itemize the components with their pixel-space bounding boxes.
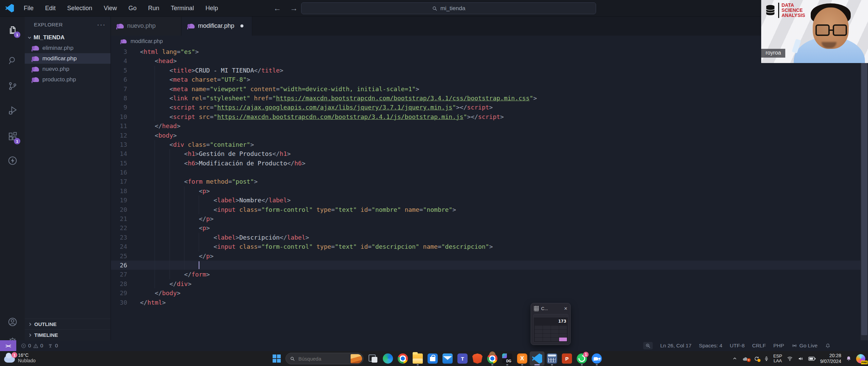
code-line-25[interactable]: 25 </p> [111, 251, 868, 261]
wifi-icon[interactable] [787, 356, 793, 361]
code-line-11[interactable]: 11 </head> [111, 121, 868, 130]
code-line-24[interactable]: 24 <input class="form-control" type="tex… [111, 242, 868, 251]
speaker-icon[interactable] [797, 356, 804, 362]
file-item-nuevo.php[interactable]: nuevo.php [25, 64, 111, 74]
section-outline[interactable]: OUTLINE [25, 319, 111, 329]
remote-indicator[interactable]: >< [0, 340, 16, 351]
more-actions-icon[interactable]: ··· [97, 21, 106, 28]
calculator-thumbnail[interactable]: 173 [533, 314, 568, 343]
zoom-indicator[interactable] [643, 342, 653, 349]
forward-button[interactable]: → [290, 4, 298, 13]
taskbar-app-whatsapp[interactable]: 1 [574, 351, 589, 366]
copilot-icon[interactable]: PRE [856, 354, 865, 363]
menu-view[interactable]: View [98, 3, 123, 14]
onedrive-icon[interactable]: ✕ [742, 356, 749, 361]
bing-daily-image[interactable] [351, 354, 362, 363]
code-line-22[interactable]: 22 <p> [111, 223, 868, 232]
clock[interactable]: 20:28 9/07/2024 [820, 353, 841, 364]
explorer-view-icon[interactable]: 1 [0, 21, 25, 39]
taskbar-app-teams[interactable]: T [455, 351, 470, 366]
code-line-12[interactable]: 12 <body> [111, 131, 868, 140]
code-line-14[interactable]: 14 <h1>Gestión de Productos</h1> [111, 149, 868, 158]
code-line-4[interactable]: 4 <head> [111, 56, 868, 65]
code-line-3[interactable]: 3<html lang="es"> [111, 47, 868, 56]
taskbar-app-brave[interactable] [470, 351, 485, 366]
code-line-19[interactable]: 19 <label>Nombre</label> [111, 196, 868, 205]
tab-modificar.php[interactable]: modificar.php [181, 16, 252, 36]
notifications-bell-icon[interactable] [825, 343, 831, 349]
editor-scrollbar[interactable] [861, 47, 868, 340]
code-line-26[interactable]: 26 [111, 261, 868, 270]
menu-run[interactable]: Run [142, 3, 165, 14]
source-control-icon[interactable] [0, 77, 25, 95]
code-line-21[interactable]: 21 </p> [111, 214, 868, 223]
code-line-7[interactable]: 7 <meta name="viewport" content="width=d… [111, 84, 868, 94]
code-line-20[interactable]: 20 <input class="form-control" type="tex… [111, 205, 868, 214]
code-line-23[interactable]: 23 <label>Descripción</label> [111, 233, 868, 242]
thunder-client-icon[interactable] [0, 152, 25, 169]
taskbar-app-edge[interactable] [380, 351, 395, 366]
taskbar-app-file-explorer[interactable] [410, 351, 425, 366]
account-icon[interactable] [0, 313, 25, 331]
taskbar-app-powerpoint[interactable]: P [559, 351, 574, 366]
breadcrumb[interactable]: modificar.php [111, 36, 868, 47]
problems-indicator[interactable]: 0 0 [21, 343, 43, 349]
menu-edit[interactable]: Edit [39, 3, 61, 14]
code-line-30[interactable]: 30</html> [111, 298, 868, 307]
code-line-15[interactable]: 15 <h6>Modificación de Producto</h6> [111, 159, 868, 168]
code-line-27[interactable]: 27 </form> [111, 270, 868, 279]
taskbar-app-task-view[interactable] [366, 351, 380, 366]
eol-selector[interactable]: CRLF [752, 343, 766, 349]
calculator-preview-popup[interactable]: C... ✕ 173 [531, 303, 571, 345]
go-live-button[interactable]: Go Live [792, 343, 817, 349]
battery-icon[interactable] [808, 356, 816, 361]
taskbar-search[interactable] [285, 353, 363, 364]
taskbar-app-calculator[interactable] [545, 351, 559, 366]
menu-go[interactable]: Go [123, 3, 142, 14]
code-line-17[interactable]: 17 <form method="post"> [111, 177, 868, 186]
weather-widget[interactable]: 1 16°C Nublado [4, 352, 36, 363]
back-button[interactable]: ← [273, 4, 281, 13]
tray-chevron-icon[interactable] [732, 356, 737, 361]
extensions-view-icon[interactable]: 1 [0, 127, 25, 145]
menu-terminal[interactable]: Terminal [165, 3, 200, 14]
cursor-position[interactable]: Ln 26, Col 17 [660, 343, 691, 349]
search-input[interactable] [298, 355, 340, 362]
start-button[interactable] [270, 352, 283, 365]
code-line-8[interactable]: 8 <link rel="stylesheet" href="https://m… [111, 94, 868, 103]
folder-mi-tienda[interactable]: MI_TIENDA [25, 33, 111, 43]
code-line-5[interactable]: 5 <title>CRUD - MI TIENDA</title> [111, 66, 868, 75]
taskbar-app-chrome-profile[interactable] [485, 351, 500, 366]
taskbar-app-store[interactable] [425, 351, 440, 366]
language-indicator[interactable]: ESP LAA [773, 354, 782, 363]
scrollbar-thumb[interactable] [861, 50, 867, 335]
taskbar-app-vscode[interactable] [530, 351, 545, 366]
menu-selection[interactable]: Selection [61, 3, 98, 14]
sync-icon[interactable] [754, 356, 760, 362]
code-line-28[interactable]: 28 </div> [111, 279, 868, 288]
code-line-10[interactable]: 10 <script src="https://maxcdn.bootstrap… [111, 112, 868, 121]
file-item-modificar.php[interactable]: modificar.php [25, 53, 111, 64]
indentation[interactable]: Spaces: 4 [699, 343, 722, 349]
taskbar-app-mail[interactable] [440, 351, 455, 366]
encoding[interactable]: UTF-8 [730, 343, 745, 349]
code-line-13[interactable]: 13 <div class="container"> [111, 140, 868, 149]
taskbar-app-chrome[interactable] [395, 351, 410, 366]
code-line-6[interactable]: 6 <meta charset="UTF-8"> [111, 75, 868, 84]
taskbar-app-xampp[interactable]: X [515, 351, 530, 366]
menu-help[interactable]: Help [200, 3, 224, 14]
code-line-9[interactable]: 9 <script src="https://ajax.googleapis.c… [111, 103, 868, 112]
code-line-16[interactable]: 16 [111, 168, 868, 177]
ports-indicator[interactable]: 0 [48, 343, 58, 349]
language-mode[interactable]: PHP [773, 343, 784, 349]
search-command-center[interactable]: mi_tienda [301, 2, 596, 14]
code-line-18[interactable]: 18 <p> [111, 186, 868, 196]
menu-file[interactable]: File [18, 3, 39, 14]
file-item-eliminar.php[interactable]: eliminar.php [25, 43, 111, 53]
run-debug-icon[interactable] [0, 102, 25, 119]
close-icon[interactable]: ✕ [564, 306, 568, 311]
tab-nuevo.php[interactable]: nuevo.php [111, 16, 181, 36]
taskbar-app-zoom[interactable]: zm [589, 351, 604, 366]
code-line-29[interactable]: 29 </body> [111, 288, 868, 298]
search-view-icon[interactable] [0, 52, 25, 69]
